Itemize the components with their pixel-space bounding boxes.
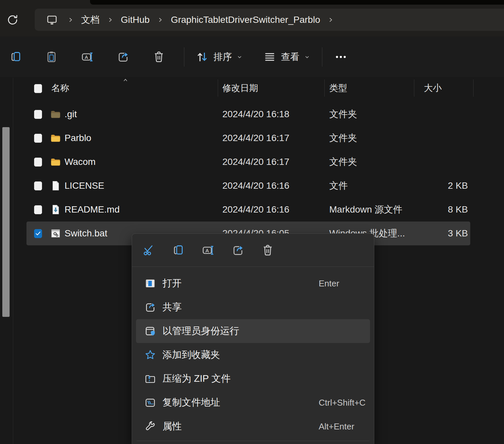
menu-item-open[interactable]: 打开 Enter <box>136 271 370 295</box>
breadcrumb-documents[interactable]: 文档 <box>79 12 102 27</box>
menu-item-run-as-administrator[interactable]: 以管理员身份运行 <box>136 319 370 343</box>
row-checkbox[interactable] <box>34 110 42 119</box>
menu-item-add-to-favorites[interactable]: 添加到收藏夹 <box>136 343 370 367</box>
titlebar: 文档 GitHub GraphicTabletDriverSwitcher_Pa… <box>0 0 504 36</box>
toolbar-separator <box>184 47 184 67</box>
column-divider[interactable] <box>473 79 474 97</box>
menu-item-copy-file-path[interactable]: 复制文件地址 Ctrl+Shift+C <box>136 391 370 415</box>
sort-label: 排序 <box>213 51 232 63</box>
column-header-modified[interactable]: 修改日期 <box>222 82 258 94</box>
share-button[interactable] <box>113 46 134 68</box>
vertical-scrollbar-thumb[interactable] <box>2 127 10 317</box>
zip-folder-icon <box>144 373 156 385</box>
delete-button[interactable] <box>148 46 169 68</box>
menu-item-label: 打开 <box>162 277 182 290</box>
file-row-wacom[interactable]: Wacom 2024/4/20 16:17 文件夹 <box>26 150 470 174</box>
copy-button[interactable] <box>169 241 188 260</box>
rename-button[interactable]: A <box>199 241 217 260</box>
left-rail <box>0 78 13 444</box>
open-window-icon <box>144 277 156 289</box>
refresh-button[interactable] <box>5 13 20 27</box>
rename-button[interactable]: A <box>77 46 98 68</box>
breadcrumb-current-folder[interactable]: GraphicTabletDriverSwitcher_Parblo <box>169 13 322 26</box>
sort-icon <box>196 50 209 64</box>
menu-item-share[interactable]: 共享 <box>136 295 370 319</box>
row-checkbox[interactable] <box>34 158 42 167</box>
column-divider[interactable] <box>218 79 218 97</box>
chevron-down-icon <box>237 54 243 60</box>
menu-item-label: 添加到收藏夹 <box>162 348 220 362</box>
hidden-folder-icon <box>50 109 61 120</box>
share-button[interactable] <box>229 241 247 260</box>
breadcrumb-github[interactable]: GitHub <box>119 13 152 26</box>
this-pc-monitor-icon <box>46 14 58 26</box>
svg-text:A: A <box>206 248 209 253</box>
file-row-license[interactable]: LICENSE 2024/4/20 16:16 文件 2 KB <box>26 174 470 198</box>
file-modified-date: 2024/4/20 16:17 <box>222 133 289 143</box>
column-header-name[interactable]: 名称 <box>51 82 69 94</box>
svg-text:A: A <box>85 54 88 60</box>
sort-button[interactable]: 排序 <box>191 47 247 67</box>
rename-icon: A <box>202 244 214 257</box>
context-menu-icon-row: A <box>132 234 374 267</box>
context-menu-divider <box>137 441 369 441</box>
column-divider[interactable] <box>414 79 414 97</box>
view-icon <box>263 50 276 64</box>
menu-item-label: 共享 <box>162 301 182 314</box>
share-icon <box>232 244 244 257</box>
cut-button[interactable] <box>139 241 158 260</box>
toolbar-separator <box>322 47 322 67</box>
more-options-button[interactable] <box>330 46 351 68</box>
file-name: LICENSE <box>65 180 104 191</box>
menu-item-shortcut: Ctrl+Shift+C <box>319 398 366 408</box>
file-size: 3 KB <box>418 228 468 239</box>
row-checkbox[interactable] <box>34 181 42 190</box>
file-row-readme[interactable]: README.md 2024/4/20 16:16 Markdown 源文件 8… <box>26 198 470 222</box>
paste-button[interactable] <box>41 46 62 68</box>
select-all-checkbox[interactable] <box>34 84 42 93</box>
favorite-star-icon <box>144 349 156 361</box>
run-as-admin-shield-icon <box>144 325 156 337</box>
menu-item-label: 属性 <box>162 420 182 433</box>
file-size: 2 KB <box>418 180 468 191</box>
menu-item-label: 以管理员身份运行 <box>162 324 239 338</box>
file-explorer-window: 文档 GitHub GraphicTabletDriverSwitcher_Pa… <box>0 0 504 444</box>
file-row-git[interactable]: .git 2024/4/20 16:18 文件夹 <box>26 102 470 126</box>
file-size: 8 KB <box>418 204 468 215</box>
copy-button[interactable] <box>5 46 26 68</box>
menu-item-compress-to-zip[interactable]: 压缩为 ZIP 文件 <box>136 367 370 391</box>
column-divider[interactable] <box>324 79 325 97</box>
context-menu: A 打开 Enter <box>132 233 374 444</box>
view-button[interactable]: 查看 <box>258 47 315 67</box>
file-name: .git <box>65 109 77 120</box>
column-header-type[interactable]: 类型 <box>329 82 347 94</box>
column-header-row: 名称 修改日期 类型 大小 <box>14 78 504 98</box>
sort-ascending-caret-icon <box>122 77 129 82</box>
view-label: 查看 <box>281 51 299 63</box>
file-rows: .git 2024/4/20 16:18 文件夹 Parblo 2024/4/2… <box>14 98 504 245</box>
context-menu-items: 打开 Enter 共享 以管理员身份运行 <box>132 267 374 438</box>
menu-item-label: 复制文件地址 <box>162 396 220 409</box>
chevron-down-icon <box>304 54 310 60</box>
copy-path-icon <box>144 397 156 409</box>
row-checkbox[interactable] <box>34 134 42 143</box>
file-row-parblo[interactable]: Parblo 2024/4/20 16:17 文件夹 <box>26 126 470 150</box>
markdown-file-icon <box>50 204 61 215</box>
menu-item-label: 压缩为 ZIP 文件 <box>162 372 231 385</box>
delete-button[interactable] <box>258 241 277 260</box>
row-checkbox-checked[interactable] <box>34 229 42 238</box>
file-type: 文件夹 <box>329 108 357 121</box>
menu-item-shortcut: Enter <box>319 278 339 289</box>
command-toolbar: A 排序 查看 <box>0 36 504 78</box>
column-header-size[interactable]: 大小 <box>424 82 442 94</box>
address-bar[interactable]: 文档 GitHub GraphicTabletDriverSwitcher_Pa… <box>35 9 504 31</box>
share-icon <box>117 51 129 63</box>
delete-trash-icon <box>261 244 274 257</box>
cut-scissors-icon <box>142 244 155 257</box>
file-name: Parblo <box>65 133 91 143</box>
file-name: README.md <box>65 204 119 215</box>
menu-item-properties[interactable]: 属性 Alt+Enter <box>136 415 370 438</box>
breadcrumb-this-pc[interactable] <box>44 13 60 27</box>
row-checkbox[interactable] <box>34 205 42 214</box>
file-type: 文件 <box>329 179 348 192</box>
